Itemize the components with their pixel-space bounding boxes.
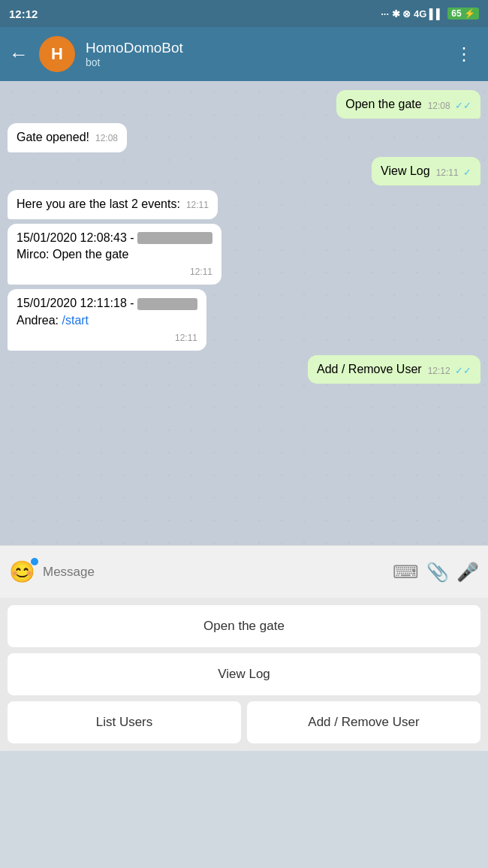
message-add-remove-sent: Add / Remove User 12:12 ✓✓ — [308, 355, 480, 384]
message-time: 12:08 — [95, 132, 118, 145]
check-icon: ✓ — [463, 167, 471, 178]
message-view-log-sent: View Log 12:11 ✓ — [372, 157, 480, 185]
start-link[interactable]: /start — [62, 314, 89, 327]
check-icon: ✓✓ — [455, 365, 471, 376]
header-menu-button[interactable]: ⋮ — [449, 38, 479, 71]
btn-view-log[interactable]: View Log — [8, 653, 480, 695]
signal-icons: ··· ✱ ⊗ 4G ▌▌ — [381, 8, 443, 20]
avatar: H — [39, 36, 75, 72]
battery-level: 65 ⚡ — [447, 8, 479, 20]
btn-row-bottom: List Users Add / Remove User — [8, 701, 480, 743]
emoji-button-wrapper[interactable]: 😊 — [9, 559, 35, 584]
quick-buttons-panel: Open the gate View Log List Users Add / … — [0, 598, 488, 751]
message-time: 12:08 ✓✓ — [428, 99, 471, 113]
event-line-2: Andrea: /start — [17, 312, 197, 329]
message-text: Add / Remove User — [317, 363, 422, 375]
btn-open-gate[interactable]: Open the gate — [8, 605, 480, 647]
status-bar: 12:12 ··· ✱ ⊗ 4G ▌▌ 65 ⚡ — [0, 0, 488, 27]
chat-header: ← H HomoDomoBot bot ⋮ — [0, 27, 488, 81]
message-events-header: Here you are the last 2 events: 12:11 — [8, 190, 218, 219]
message-event-2: 15/01/2020 12:11:18 - Andrea: /start 12:… — [8, 289, 206, 351]
btn-add-remove-user[interactable]: Add / Remove User — [247, 701, 480, 743]
event-line-1: 15/01/2020 12:11:18 - — [17, 295, 197, 312]
message-gate-opened: Gate opened! 12:08 — [8, 123, 127, 152]
btn-list-users[interactable]: List Users — [8, 701, 241, 743]
blurred-name-2 — [137, 298, 197, 310]
back-button[interactable]: ← — [9, 43, 29, 66]
check-icon: ✓✓ — [455, 100, 471, 111]
attach-icon[interactable]: 📎 — [426, 562, 449, 583]
event-line-1: 15/01/2020 12:08:43 - — [17, 230, 212, 246]
message-text: View Log — [381, 164, 430, 177]
status-time: 12:12 — [9, 8, 38, 20]
header-info: HomoDomoBot bot — [86, 40, 438, 68]
message-time: 12:11 — [190, 266, 212, 279]
message-text: Open the gate — [345, 98, 421, 110]
bot-name: HomoDomoBot — [86, 40, 438, 56]
bot-sub: bot — [86, 56, 438, 68]
mic-icon[interactable]: 🎤 — [456, 562, 479, 583]
input-bar: 😊 ⌨ 📎 🎤 — [0, 545, 488, 598]
blurred-name-1 — [137, 232, 212, 244]
chat-area: Open the gate 12:08 ✓✓ Gate opened! 12:0… — [0, 81, 488, 545]
message-time: 12:11 — [175, 332, 197, 345]
keyboard-icon[interactable]: ⌨ — [393, 562, 419, 583]
message-text: Here you are the last 2 events: — [17, 197, 180, 210]
message-event-1: 15/01/2020 12:08:43 - Mirco: Open the ga… — [8, 224, 221, 285]
message-text: Gate opened! — [17, 131, 89, 143]
message-time: 12:12 ✓✓ — [428, 364, 471, 378]
message-input[interactable] — [43, 565, 385, 580]
message-time: 12:11 — [186, 199, 209, 212]
message-open-gate-sent: Open the gate 12:08 ✓✓ — [336, 90, 480, 119]
status-right-icons: ··· ✱ ⊗ 4G ▌▌ 65 ⚡ — [381, 8, 479, 20]
message-time: 12:11 ✓ — [436, 166, 471, 179]
event-line-2: Mirco: Open the gate — [17, 246, 212, 263]
emoji-badge — [31, 558, 38, 565]
